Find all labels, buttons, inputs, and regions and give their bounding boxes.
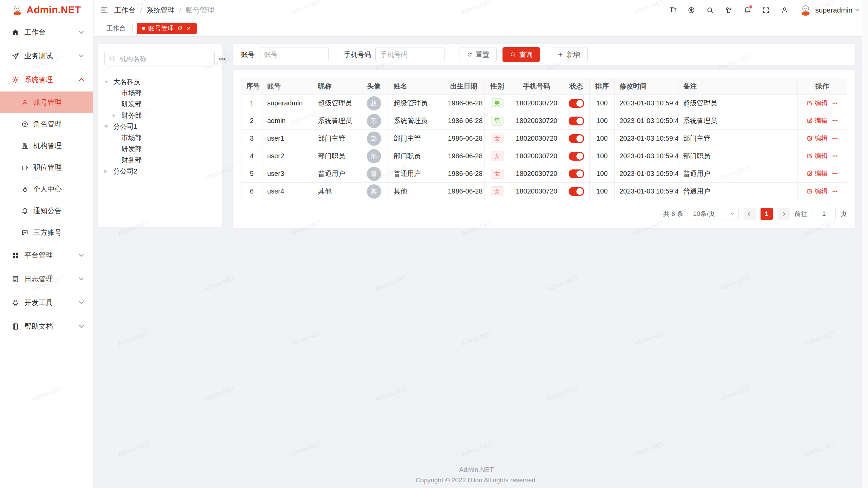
tab-account-management[interactable]: 账号管理 [137, 23, 197, 34]
tree-node-label: 市场部 [121, 133, 142, 142]
status-toggle[interactable] [569, 134, 584, 143]
column-header: 修改时间 [615, 78, 678, 95]
sidebar-item-account-management[interactable]: 账号管理 [0, 92, 93, 113]
sidebar-item-system-management[interactable]: 系统管理 [0, 68, 93, 92]
edit-button[interactable]: 编辑 [807, 116, 828, 125]
account-filter-input[interactable] [259, 47, 329, 62]
tab-label: 账号管理 [148, 24, 174, 33]
query-button[interactable]: 查询 [502, 47, 540, 62]
status-toggle[interactable] [569, 152, 584, 161]
tree-caret-icon[interactable] [113, 114, 121, 118]
org-search-input[interactable] [119, 55, 210, 63]
collapse-sidebar-icon[interactable] [100, 6, 108, 14]
reset-button[interactable]: 重置 [459, 47, 497, 62]
footer-title: Admin.NET [94, 466, 859, 474]
chevron-down-icon [79, 299, 84, 304]
tree-caret-icon[interactable] [104, 125, 113, 128]
tree-node[interactable]: 财务部 [104, 155, 215, 166]
sidebar-item-position-management[interactable]: 职位管理 [0, 157, 93, 178]
user-icon[interactable] [781, 6, 788, 14]
tab-workbench[interactable]: 工作台 [100, 23, 133, 34]
sidebar-item-notice[interactable]: 通知公告 [0, 200, 93, 222]
table-row: 1 superadmin 超级管理员 超 超级管理员 1986-06-28 男 … [241, 95, 847, 112]
goto-page-input[interactable] [812, 208, 836, 220]
edit-button[interactable]: 编辑 [807, 187, 828, 196]
breadcrumb-item[interactable]: 工作台 [114, 5, 136, 15]
prev-page-button[interactable] [744, 208, 756, 220]
accounts-table-card: 序号 账号 昵称 头像 姓名 出生日期 性别 手机号码 状态 排序 [233, 70, 855, 228]
row-more-button[interactable]: ••• [832, 136, 838, 141]
next-page-button[interactable] [777, 208, 790, 220]
close-icon[interactable] [186, 25, 192, 31]
tree-node-label: 财务部 [121, 156, 142, 165]
refresh-icon[interactable] [177, 25, 183, 31]
search-icon[interactable] [706, 6, 714, 14]
tree-node[interactable]: 分公司2 [104, 166, 215, 177]
gender-badge: 男 [491, 98, 504, 108]
tree-node[interactable]: 研发部 [104, 99, 215, 110]
sidebar-item-dev-tools[interactable]: 开发工具 [0, 291, 93, 314]
fullscreen-icon[interactable] [762, 6, 770, 14]
cell-nickname: 其他 [313, 183, 359, 200]
row-more-button[interactable]: ••• [832, 154, 838, 159]
page-scrollbar[interactable] [862, 0, 868, 488]
status-toggle[interactable] [569, 169, 584, 178]
sidebar-item-business-test[interactable]: 业务测试 [0, 44, 93, 68]
brand-logo[interactable]: Admin.NET [0, 0, 93, 20]
row-more-button[interactable]: ••• [832, 101, 838, 106]
tree-node[interactable]: 财务部 [104, 110, 215, 121]
sidebar-item-label: 角色管理 [33, 119, 62, 129]
table-row: 2 admin 系统管理员 系 系统管理员 1986-06-28 男 18020… [241, 112, 847, 130]
status-toggle[interactable] [569, 117, 584, 125]
notification-icon[interactable] [744, 6, 751, 14]
add-button[interactable]: 新增 [550, 47, 588, 62]
status-toggle[interactable] [569, 99, 584, 108]
tree-caret-icon[interactable] [104, 81, 113, 83]
status-toggle[interactable] [569, 187, 584, 196]
search-icon [510, 52, 516, 58]
page-size-select[interactable]: 10条/页 [688, 208, 739, 220]
tree-node[interactable]: 研发部 [104, 143, 215, 155]
edit-button[interactable]: 编辑 [807, 151, 828, 160]
cell-account: user4 [262, 183, 313, 200]
user-menu[interactable]: superadmin [800, 4, 859, 16]
divider [98, 72, 222, 72]
cell-nickname: 部门主管 [313, 130, 359, 147]
sidebar-item-platform-management[interactable]: 平台管理 [0, 243, 93, 267]
breadcrumb: 工作台 / 系统管理 / 账号管理 [114, 5, 214, 15]
sidebar-item-personal-center[interactable]: 个人中心 [0, 178, 93, 200]
sidebar-item-log-management[interactable]: 日志管理 [0, 267, 93, 291]
sidebar-item-org-management[interactable]: 机构管理 [0, 135, 93, 157]
cell-index: 3 [241, 130, 262, 147]
font-size-icon[interactable]: TT [670, 6, 676, 14]
row-more-button[interactable]: ••• [832, 118, 838, 123]
document-icon [12, 275, 19, 283]
sidebar-item-workbench[interactable]: 工作台 [0, 20, 93, 44]
sidebar-item-role-management[interactable]: 角色管理 [0, 113, 93, 135]
tree-node[interactable]: 市场部 [104, 87, 215, 99]
edit-button[interactable]: 编辑 [807, 134, 828, 143]
phone-filter-input[interactable] [375, 47, 445, 62]
active-tab-dot-icon [142, 27, 145, 30]
cell-order: 100 [590, 147, 615, 165]
tree-caret-icon[interactable] [104, 169, 113, 174]
page-number-current[interactable]: 1 [761, 208, 773, 220]
row-more-button[interactable]: ••• [832, 171, 838, 176]
tree-node[interactable]: 大名科技 [104, 76, 215, 87]
theme-icon[interactable] [725, 6, 732, 14]
breadcrumb-separator: / [140, 6, 142, 14]
breadcrumb-item[interactable]: 系统管理 [146, 5, 175, 15]
tree-node-label: 研发部 [121, 100, 142, 109]
edit-button[interactable]: 编辑 [807, 99, 828, 107]
cell-remark: 超级管理员 [678, 95, 798, 112]
tree-node[interactable]: 分公司1 [104, 121, 215, 132]
tree-node[interactable]: 市场部 [104, 132, 215, 143]
row-more-button[interactable]: ••• [832, 189, 838, 194]
sidebar-item-third-party-account[interactable]: 三方账号 [0, 222, 93, 243]
table-row: 6 user4 其他 其 其他 1986-06-28 女 18020030720 [241, 183, 847, 200]
tree-more-button[interactable]: ••• [219, 51, 226, 66]
edit-button[interactable]: 编辑 [807, 169, 828, 178]
sidebar-item-help-docs[interactable]: 帮助文档 [0, 314, 93, 338]
language-icon[interactable] [688, 6, 695, 14]
top-navbar: 工作台 / 系统管理 / 账号管理 TT [94, 0, 868, 20]
